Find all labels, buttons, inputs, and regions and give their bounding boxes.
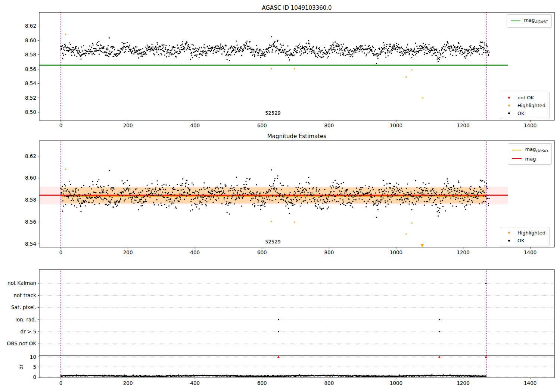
panel1-xtick-label: 1400 <box>524 122 536 128</box>
legend-line-swatch <box>511 150 522 150</box>
panel1-ytick-label: 8.54 <box>25 80 36 86</box>
panel3-gridlines <box>39 283 554 377</box>
panel2-xtick-label: 400 <box>190 249 200 255</box>
legend-dot-swatch <box>503 105 514 106</box>
flag-category-label: Sat. pixel. <box>11 304 36 310</box>
panel1-yticks: 8.508.528.548.568.588.608.62 <box>25 23 39 115</box>
panel3-xtick-label: 1000 <box>390 380 402 386</box>
legend-item: magAGASC <box>510 16 548 26</box>
panel1-xtick-label: 0 <box>59 122 63 128</box>
clipped-highlighted-marker <box>421 244 424 247</box>
panel2-ytick-label: 8.58 <box>25 197 36 203</box>
panel2-xtick-label: 1200 <box>457 249 469 255</box>
panel1-ytick-label: 8.50 <box>25 109 36 115</box>
dr-tick-label: 10 <box>30 354 36 360</box>
legend-item: magOBSID <box>511 145 548 155</box>
panel3-xtick-label: 400 <box>190 380 200 386</box>
panel1-title: AGASC ID 1049103360.0 <box>262 4 332 11</box>
flag-category-label: not Kalman <box>7 280 36 286</box>
legend-item: Highlighted <box>503 102 545 109</box>
flag-category-label: not track <box>13 292 36 298</box>
panel1-ytick-label: 8.52 <box>25 95 36 101</box>
panel1-ytick-label: 8.58 <box>25 52 36 57</box>
panel2-ticks: 0200400600800100012001400 <box>59 247 537 255</box>
legend-panel1-points: not OKHighlightedOK <box>500 92 550 119</box>
figure: 8.508.528.548.568.588.608.62020040060080… <box>0 0 560 392</box>
panel1-xtick-label: 1000 <box>390 122 402 128</box>
panel2-xtick-label: 0 <box>59 249 63 255</box>
panel3-xtick-label: 0 <box>59 380 63 386</box>
legend-label: OK <box>517 237 525 245</box>
legend-item: OK <box>503 237 545 245</box>
legend-item: Highlighted <box>503 229 545 237</box>
legend-line-swatch <box>510 21 521 21</box>
panel3-xtick-label: 200 <box>123 380 133 386</box>
panel1-xtick-label: 1200 <box>457 122 469 128</box>
obsid-annotation-panel2: 52529 <box>265 239 280 245</box>
panel1-xtick-label: 600 <box>257 122 267 128</box>
dr-scatter <box>61 375 486 377</box>
legend-dot-swatch <box>503 240 514 242</box>
panel1-xtick-label: 400 <box>190 122 200 128</box>
panel1-border <box>39 12 554 120</box>
panel2-ytick-label: 8.54 <box>25 241 36 247</box>
legend-dot-swatch <box>503 112 514 114</box>
panel2-ytick-label: 8.56 <box>25 219 36 225</box>
panel2-xtick-label: 800 <box>324 249 334 255</box>
panel2-yticks: 8.548.568.588.608.62 <box>25 153 39 247</box>
panel1-xtick-label: 200 <box>123 122 133 128</box>
legend-mag-agasc: magAGASC <box>507 14 552 28</box>
panel1-xtick-label: 800 <box>324 122 334 128</box>
legend-dot-swatch <box>503 232 514 234</box>
legend-item: mag <box>511 155 548 163</box>
panel3-border <box>39 270 554 378</box>
legend-label: mag <box>525 155 536 163</box>
legend-label: not OK <box>517 94 534 102</box>
legend-label: Highlighted <box>517 102 545 109</box>
panel2-ytick-label: 8.62 <box>25 153 36 159</box>
legend-label: magAGASC <box>524 16 548 26</box>
dr-axis-label: dr <box>18 364 24 370</box>
legend-dot-swatch <box>503 97 514 99</box>
panel2-xtick-label: 1400 <box>524 249 536 255</box>
obsid-annotation-panel1: 52529 <box>265 110 280 116</box>
legend-panel2-points: HighlightedOK <box>500 227 550 246</box>
legend-item: not OK <box>503 94 545 102</box>
panel3-xtick-label: 1400 <box>524 380 536 386</box>
panel2-xtick-label: 200 <box>123 249 133 255</box>
not-ok-capped-marker <box>277 356 280 358</box>
legend-mag-lines: magOBSIDmag <box>508 143 552 165</box>
legend-label: Highlighted <box>517 229 545 237</box>
panel1-ytick-label: 8.56 <box>25 66 36 72</box>
legend-label: magOBSID <box>525 145 548 155</box>
panel3-xtick-label: 800 <box>324 380 334 386</box>
panel1-ytick-label: 8.60 <box>25 37 36 43</box>
ok-scatter-panel1 <box>61 37 489 63</box>
dr-tick-label: 5 <box>33 364 36 370</box>
panel1-ticks: 0200400600800100012001400 <box>59 120 537 128</box>
flag-category-label: Ion. rad. <box>15 317 36 323</box>
dr-tick-label: 0 <box>33 374 36 380</box>
panel2-title: Magnitude Estimates <box>267 133 326 140</box>
flag-category-label: dr > 5 <box>20 329 36 335</box>
panel1-ytick-label: 8.62 <box>25 23 36 29</box>
flag-category-label: OBS not OK <box>7 340 37 346</box>
panel3-ticks: 0200400600800100012001400 <box>59 378 537 386</box>
legend-line-swatch <box>511 158 522 159</box>
panel3-xtick-label: 600 <box>257 380 267 386</box>
panel2-xtick-label: 600 <box>257 249 267 255</box>
legend-item: OK <box>503 109 545 117</box>
panel2-ytick-label: 8.60 <box>25 175 36 181</box>
panel2-xtick-label: 1000 <box>390 249 402 255</box>
plot-canvas: 8.508.528.548.568.588.608.62020040060080… <box>0 0 560 392</box>
legend-label: OK <box>517 109 525 117</box>
panel3-xtick-label: 1200 <box>457 380 469 386</box>
